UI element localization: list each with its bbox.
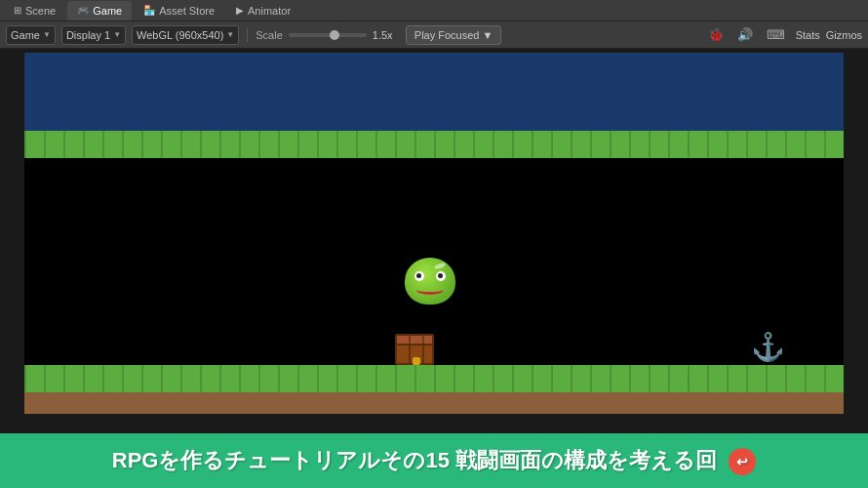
toolbar: Game ▼ Display 1 ▼ WebGL (960x540) ▼ Sca… — [0, 21, 868, 49]
player-eye-left — [414, 271, 424, 281]
chest-body — [395, 344, 434, 365]
scene-icon: ⊞ — [14, 5, 21, 16]
keyboard-icon-button[interactable]: ⌨ — [764, 26, 788, 43]
separator-1 — [247, 27, 248, 43]
tab-game-label: Game — [93, 5, 122, 17]
game-icon: 🎮 — [77, 5, 89, 16]
chest-body-stripes — [397, 346, 432, 363]
play-focused-arrow: ▼ — [482, 29, 493, 41]
grass-bottom — [24, 365, 844, 392]
grass-top — [24, 131, 844, 158]
scale-slider[interactable] — [289, 33, 367, 37]
tab-scene-label: Scene — [25, 5, 56, 17]
tab-asset-store[interactable]: 🏪 Asset Store — [134, 1, 224, 20]
bottom-banner: RPGを作るチュートリアルその15 戦闘画面の構成を考える回 ↩ — [0, 433, 868, 488]
play-focused-button[interactable]: Play Focused ▼ — [406, 25, 502, 45]
dirt-bottom — [24, 392, 844, 414]
display-label: Display 1 — [66, 29, 110, 41]
anchor-object: ⚓ — [751, 331, 785, 363]
animator-icon: ▶ — [236, 5, 244, 16]
game-select[interactable]: Game ▼ — [6, 25, 56, 45]
game-viewport: ⚓ — [0, 49, 868, 429]
stats-button[interactable]: Stats — [796, 29, 820, 41]
tab-scene[interactable]: ⊞ Scene — [4, 1, 65, 20]
player-mouth — [416, 285, 444, 295]
scale-label: Scale — [256, 29, 283, 41]
toolbar-right: 🐞 🔊 ⌨ Stats Gizmos — [705, 26, 862, 43]
tab-animator[interactable]: ▶ Animator — [226, 1, 300, 20]
chest-object — [395, 334, 434, 365]
tab-animator-label: Animator — [248, 5, 291, 17]
player-character — [405, 258, 459, 312]
player-highlight — [434, 262, 447, 270]
audio-icon-button[interactable]: 🔊 — [734, 26, 756, 43]
game-select-arrow: ▼ — [43, 30, 51, 39]
gizmos-button[interactable]: Gizmos — [826, 29, 862, 41]
webgl-label: WebGL (960x540) — [137, 29, 223, 41]
tab-game[interactable]: 🎮 Game — [67, 1, 132, 20]
tab-bar: ⊞ Scene 🎮 Game 🏪 Asset Store ▶ Animator — [0, 0, 868, 21]
webgl-arrow: ▼ — [226, 30, 234, 39]
game-select-label: Game — [11, 29, 40, 41]
banner-text-content: RPGを作るチュートリアルその15 戦闘画面の構成を考える回 — [112, 448, 717, 472]
viewport-inner: ⚓ — [24, 53, 844, 414]
play-focused-label: Play Focused — [414, 29, 480, 41]
scale-value: 1.5x — [373, 29, 400, 41]
scale-thumb — [330, 30, 339, 40]
webgl-select[interactable]: WebGL (960x540) ▼ — [132, 25, 239, 45]
tab-asset-store-label: Asset Store — [159, 5, 215, 17]
stats-gizmos: Stats Gizmos — [796, 29, 862, 41]
display-arrow: ▼ — [113, 30, 121, 39]
player-body — [405, 258, 455, 305]
banner-text: RPGを作るチュートリアルその15 戦闘画面の構成を考える回 ↩ — [112, 446, 756, 475]
banner-icon: ↩ — [729, 448, 756, 475]
asset-store-icon: 🏪 — [143, 5, 155, 16]
player-eye-right — [436, 271, 446, 281]
display-select[interactable]: Display 1 ▼ — [61, 25, 126, 45]
bug-icon-button[interactable]: 🐞 — [705, 26, 727, 43]
